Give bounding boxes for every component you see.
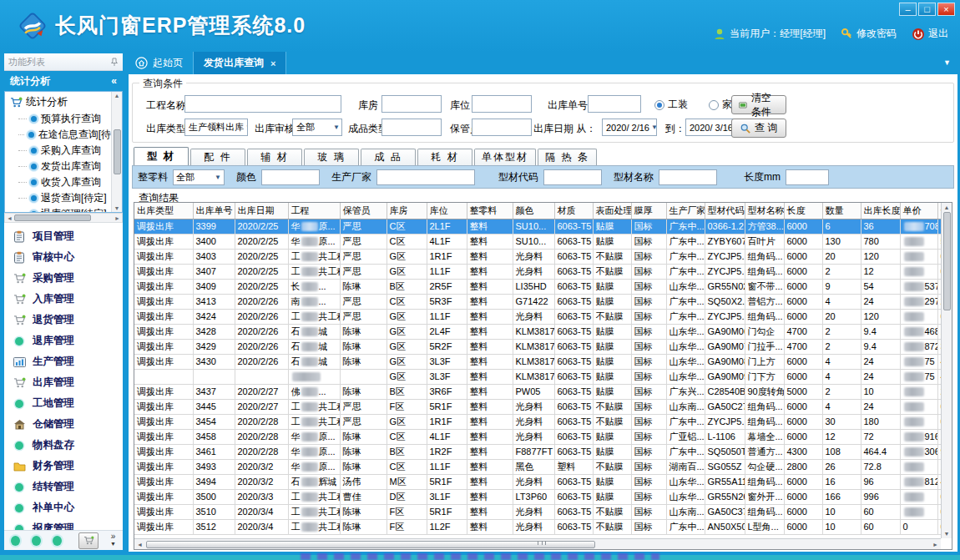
table-row[interactable]: 调拨出库34282020/2/26石城陈琳G区2L4F整料KLM38176063… [134, 324, 952, 339]
tab-home[interactable]: 起始页 [129, 52, 193, 74]
warehouse-input[interactable] [381, 95, 442, 113]
tree-item[interactable]: 退货查询[待定] [5, 190, 111, 206]
table-row[interactable]: 调拨出库35102020/3/4工共工程陈琳F区5R1F整料光身料6063-T5… [134, 504, 952, 519]
scroll-right-icon[interactable]: ► [932, 542, 938, 547]
tab-close-icon[interactable]: × [270, 58, 275, 68]
tree-root-statistics[interactable]: 统计分析 [5, 93, 111, 111]
table-row[interactable]: 调拨出库33992020/2/25华原...严思C区2L1F整料SU10...6… [134, 219, 952, 234]
location-input[interactable] [472, 95, 532, 113]
scroll-thumb[interactable] [943, 212, 951, 310]
tree-item[interactable]: 在途信息查询[待 [5, 127, 111, 143]
scroll-thumb[interactable] [146, 541, 595, 548]
part-type-select[interactable]: 全部▼ [173, 169, 225, 185]
table-row[interactable]: 调拨出库34612020/2/28华原...陈琳B区1R2F整料F8877FT6… [134, 444, 952, 459]
scroll-up-icon[interactable]: ▲ [944, 204, 950, 210]
material-tab[interactable]: 成 品 [361, 149, 416, 165]
tree-item[interactable]: 退库管理[待定] [5, 206, 111, 213]
column-header[interactable]: 整零料 [467, 203, 513, 219]
project-name-input[interactable] [184, 95, 341, 113]
column-header[interactable]: 颜色 [513, 203, 554, 219]
scroll-right-icon[interactable]: ► [114, 215, 120, 221]
table-row[interactable]: 调拨出库34032020/2/25工共工程严思G区1R1F整料光身料6063-T… [134, 249, 952, 264]
dot-icon[interactable] [53, 536, 62, 546]
table-row[interactable]: 调拨出库34292020/2/26石城陈琳G区5R2F整料KLM38176063… [134, 339, 952, 354]
maximize-button[interactable]: □ [918, 3, 936, 16]
grid-vertical-scrollbar[interactable]: ▲ ▼ [941, 203, 952, 538]
column-header[interactable]: 型材名称 [745, 203, 784, 219]
column-header[interactable]: 出库日期 [235, 203, 288, 219]
material-tab[interactable]: 配 件 [190, 149, 245, 165]
tree-item[interactable]: 收货入库查询 [5, 174, 111, 190]
scroll-left-icon[interactable]: ◄ [7, 215, 13, 221]
color-input[interactable] [261, 169, 320, 185]
column-header[interactable]: 长度 [784, 203, 822, 219]
sidebar-item[interactable]: 出库管理 [4, 372, 123, 393]
column-header[interactable]: 库位 [427, 203, 467, 219]
column-header[interactable]: 生产厂家 [666, 203, 705, 219]
sidebar-overflow-button[interactable]: » ▼ [110, 533, 116, 547]
sidebar-item[interactable]: 财务管理 [4, 456, 123, 477]
table-row[interactable]: 调拨出库34452020/2/27工共工程严思F区5R1F整料光身料6063-T… [134, 399, 952, 414]
clear-conditions-button[interactable]: 清空条件 [731, 95, 786, 114]
table-row[interactable]: 调拨出库34942020/3/2石辉城汤伟M区5R1F整料光身料6063-T5贴… [134, 474, 952, 489]
sidebar-item[interactable]: 物料盘存 [4, 435, 123, 456]
order-no-input[interactable] [588, 95, 641, 113]
sidebar-item[interactable]: 采购管理 [4, 268, 123, 289]
cart-shortcut-button[interactable] [78, 532, 99, 549]
table-row[interactable]: G区3L3F整料KLM38176063-T5贴膜国标山东华...GA90M09.… [134, 369, 952, 384]
table-row[interactable]: 调拨出库35122020/3/4工共工程陈琳F区1L2F整料光身料6063-T5… [134, 519, 952, 534]
radio-workwear[interactable]: 工装 [654, 98, 688, 112]
sidebar-item[interactable]: 工地管理 [4, 393, 123, 414]
sidebar-group-header[interactable]: 统计分析 « [4, 71, 123, 91]
table-row[interactable]: 调拨出库34372020/2/27佛...陈琳B区3R6F整料PW056063-… [134, 384, 952, 399]
sidebar-item[interactable]: 结转管理 [4, 477, 123, 497]
factory-input[interactable] [376, 169, 475, 185]
scroll-thumb[interactable] [14, 214, 91, 221]
column-header[interactable]: 材质 [554, 203, 593, 219]
tab-overflow-icon[interactable]: ▼ [943, 58, 951, 67]
sidebar-item[interactable]: 仓储管理 [4, 414, 123, 435]
scroll-thumb[interactable] [114, 129, 121, 174]
tab-outbound-query[interactable]: 发货出库查询 × [193, 52, 286, 74]
table-row[interactable]: 调拨出库34072020/2/25工共工程严思G区1L1F整料光身料6063-T… [134, 264, 952, 279]
scroll-down-icon[interactable]: ▼ [114, 205, 120, 211]
table-row[interactable]: 调拨出库34582020/2/28华原...陈琳C区4L1F整料光身料6063-… [134, 429, 952, 444]
table-row[interactable]: 调拨出库34542020/2/28工共工程严思G区1R1F整料光身料6063-T… [134, 414, 952, 429]
product-type-input[interactable] [381, 119, 442, 136]
audit-select[interactable]: 全部▼ [292, 119, 342, 136]
material-tab[interactable]: 隔 热 条 [538, 149, 597, 165]
column-header[interactable]: 数量 [822, 203, 861, 219]
sidebar-item[interactable]: 报废管理 [4, 518, 123, 530]
material-tab[interactable]: 型 材 [134, 147, 189, 165]
sidebar-item[interactable]: 补单中心 [4, 497, 123, 518]
dot-icon[interactable] [32, 536, 41, 546]
scroll-down-icon[interactable]: ▼ [944, 531, 950, 537]
column-header[interactable]: 库房 [387, 203, 427, 219]
close-button[interactable]: × [937, 3, 955, 16]
column-header[interactable]: 型材代码 [705, 203, 745, 219]
sidebar-item[interactable]: 审核中心 [4, 247, 123, 268]
length-input[interactable] [786, 169, 829, 185]
scroll-left-icon[interactable]: ◄ [137, 542, 143, 547]
sidebar-item[interactable]: 退货管理 [4, 310, 123, 330]
column-header[interactable]: 工程 [288, 203, 340, 219]
out-type-select[interactable]: 生产领料出库▼ [184, 119, 248, 136]
dot-icon[interactable] [11, 536, 20, 546]
tree-item[interactable]: 预算执行查询 [5, 111, 111, 127]
table-row[interactable]: 调拨出库34092020/2/25长...陈琳B区2R5F整料LI35HD606… [134, 279, 952, 294]
sidebar-item[interactable]: 入库管理 [4, 289, 123, 310]
minimize-button[interactable]: – [899, 3, 917, 16]
column-header[interactable]: 出库长度 [861, 203, 900, 219]
column-header[interactable]: 出库类型 [134, 203, 193, 219]
material-tab[interactable]: 辅 材 [247, 149, 302, 165]
column-header[interactable]: 出库单号 [193, 203, 235, 219]
sidebar-item[interactable]: 项目管理 [4, 226, 123, 247]
table-row[interactable]: 调拨出库34002020/2/25华原...严思C区4L1F整料SU10...6… [134, 234, 952, 249]
search-button[interactable]: 查 询 [731, 119, 786, 138]
table-row[interactable]: 调拨出库35002020/3/3工共工程曹佳D区3L1F整料LT3P606063… [134, 489, 952, 504]
sidebar-item[interactable]: 生产管理 [4, 351, 123, 372]
pin-icon[interactable] [110, 58, 119, 67]
scroll-up-icon[interactable]: ▲ [114, 93, 120, 98]
change-password-link[interactable]: 修改密码 [841, 27, 897, 41]
table-row[interactable]: 调拨出库34302020/2/26石城陈琳G区3L3F整料KLM38176063… [134, 354, 952, 369]
